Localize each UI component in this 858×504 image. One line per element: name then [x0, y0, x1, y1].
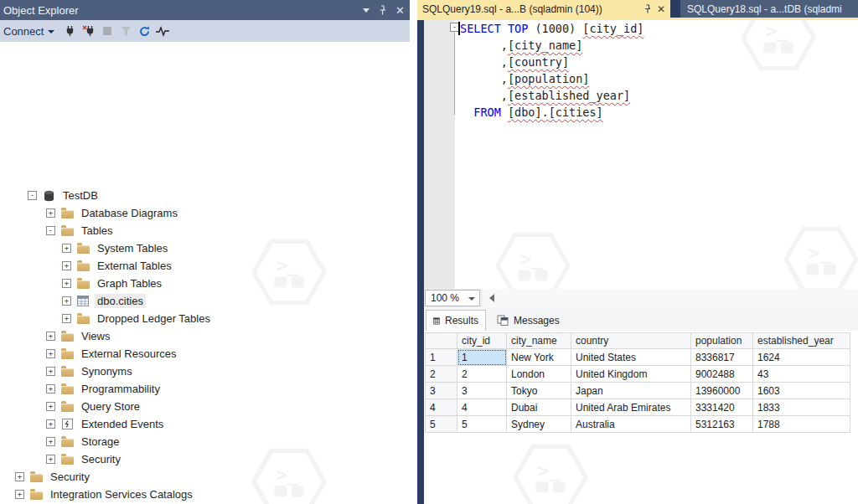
grid-cell[interactable]: 3331420 — [691, 399, 753, 416]
collapse-expander-icon[interactable]: + — [46, 402, 55, 411]
tree-item-extended-events[interactable]: + Extended Events — [0, 415, 410, 433]
tree-item-graph-tables[interactable]: + Graph Tables — [0, 275, 410, 292]
grid-cell[interactable]: 5312163 — [691, 416, 753, 433]
row-header[interactable]: 2 — [426, 366, 457, 383]
refresh-icon[interactable] — [135, 22, 153, 40]
grid-cell[interactable]: Japan — [571, 383, 691, 399]
close-icon[interactable]: ✕ — [395, 5, 405, 16]
collapse-expander-icon[interactable]: + — [46, 208, 55, 218]
grid-cell[interactable]: 43 — [753, 366, 850, 383]
grid-cell[interactable]: 8336817 — [691, 349, 753, 366]
tree-item-database-diagrams[interactable]: + Database Diagrams — [0, 204, 410, 222]
column-header[interactable]: established_year — [753, 333, 850, 349]
folder-icon — [76, 277, 90, 290]
sql-editor[interactable]: - SELECT TOP (1000) [city_id] ,[city_nam… — [424, 20, 858, 289]
collapse-expander-icon[interactable]: - — [28, 191, 37, 200]
grid-cell[interactable]: 5 — [457, 416, 507, 433]
row-header[interactable]: 1 — [426, 349, 457, 366]
tree-item-security-server[interactable]: + Security — [0, 468, 410, 486]
zoom-level-dropdown[interactable]: 100 % — [425, 290, 480, 306]
filter-icon[interactable] — [116, 22, 135, 40]
grid-cell[interactable]: 1788 — [753, 416, 850, 433]
connect-button[interactable]: Connect — [3, 25, 54, 38]
tree-item-system-tables[interactable]: + System Tables — [0, 239, 410, 257]
row-header[interactable]: 3 — [426, 383, 457, 399]
activity-monitor-icon[interactable] — [153, 22, 172, 40]
tree-item-security-db[interactable]: + Security — [0, 450, 410, 468]
column-header[interactable]: population — [691, 333, 753, 349]
scroll-left-icon[interactable] — [489, 294, 494, 302]
grid-cell[interactable]: London — [507, 366, 571, 383]
collapse-expander-icon[interactable]: + — [15, 472, 24, 481]
column-header[interactable]: city_name — [507, 333, 571, 349]
code-line-2[interactable]: ,[city_name] — [460, 37, 644, 54]
tree-item-external-tables[interactable]: + External Tables — [0, 257, 410, 275]
grid-cell[interactable]: 13960000 — [691, 383, 753, 399]
grid-cell[interactable]: 3 — [457, 383, 507, 399]
pin-icon[interactable] — [378, 5, 387, 16]
collapse-expander-icon[interactable]: + — [62, 314, 71, 323]
grid-cell[interactable]: United States — [571, 349, 691, 366]
collapse-expander-icon[interactable]: + — [46, 332, 55, 341]
tree-item-query-store[interactable]: + Query Store — [0, 398, 410, 415]
column-header[interactable]: city_id — [457, 333, 507, 349]
grid-cell[interactable]: New York — [507, 349, 571, 366]
grid-cell[interactable]: 1833 — [753, 399, 850, 416]
collapse-expander-icon[interactable]: + — [46, 384, 55, 393]
grid-cell[interactable]: 1624 — [753, 349, 850, 366]
column-header[interactable]: country — [571, 333, 691, 349]
grid-cell[interactable]: 1603 — [753, 383, 850, 399]
disconnect-server-icon[interactable] — [80, 22, 98, 40]
tab-results[interactable]: Results — [426, 310, 486, 331]
grid-cell[interactable]: 2 — [457, 366, 507, 383]
grid-cell[interactable]: Tokyo — [507, 383, 571, 399]
grid-cell[interactable]: Dubai — [507, 399, 571, 416]
code-line-4[interactable]: ,[population] — [460, 70, 644, 87]
collapse-expander-icon[interactable]: + — [46, 455, 55, 464]
grid-cell[interactable]: 9002488 — [691, 366, 753, 383]
tree-item-external-resources[interactable]: + External Resources — [0, 345, 410, 363]
pin-icon[interactable] — [644, 4, 652, 14]
tree-item-testdb[interactable]: - TestDB — [0, 187, 410, 204]
row-header[interactable]: 5 — [426, 416, 457, 433]
code-line-3[interactable]: ,[country] — [460, 54, 644, 70]
grid-cell[interactable]: Sydney — [507, 416, 571, 433]
tab-sqlquery18[interactable]: SQLQuery18.sql - a...tDB (sqladmi — [680, 0, 858, 18]
collapse-expander-icon[interactable]: + — [46, 419, 55, 429]
code-line-6[interactable]: FROM [dbo].[cities] — [460, 104, 644, 121]
collapse-expander-icon[interactable]: - — [46, 226, 55, 235]
collapse-expander-icon[interactable]: + — [62, 279, 71, 288]
grid-cell[interactable]: United Arab Emirates — [571, 399, 691, 416]
tab-sqlquery19[interactable]: SQLQuery19.sql - a...B (sqladmin (104)) … — [417, 0, 670, 18]
grid-corner-cell[interactable] — [426, 333, 457, 349]
collapse-expander-icon[interactable]: + — [46, 349, 55, 358]
grid-cell[interactable]: 4 — [457, 399, 507, 416]
close-icon[interactable]: ✕ — [657, 3, 665, 15]
row-header[interactable]: 4 — [426, 399, 457, 416]
tree-item-synonyms[interactable]: + Synonyms — [0, 363, 410, 380]
tab-messages[interactable]: Messages — [490, 310, 566, 331]
grid-cell[interactable]: United Kingdom — [571, 366, 691, 383]
stop-icon[interactable] — [98, 22, 116, 40]
tree-item-integration-services-catalogs[interactable]: + Integration Services Catalogs — [0, 486, 410, 503]
tree-item-views[interactable]: + Views — [0, 327, 410, 345]
collapse-expander-icon[interactable]: + — [15, 490, 24, 499]
horizontal-scrollbar[interactable] — [483, 289, 858, 307]
code-line-5[interactable]: ,[established_year] — [460, 87, 644, 104]
tree-item-dropped-ledger-tables[interactable]: + Dropped Ledger Tables — [0, 310, 410, 327]
grid-cell-selected[interactable]: 1 — [457, 349, 507, 366]
collapse-expander-icon[interactable]: + — [46, 437, 55, 446]
collapse-expander-icon[interactable]: + — [62, 244, 71, 253]
window-position-menu-icon[interactable] — [363, 8, 370, 13]
grid-cell[interactable]: Australia — [571, 416, 691, 433]
collapse-expander-icon[interactable]: + — [62, 261, 71, 270]
tree-item-tables[interactable]: - Tables — [0, 222, 410, 239]
collapse-expander-icon[interactable]: + — [62, 296, 71, 306]
tree-item-dbo-cities[interactable]: + dbo.cities — [0, 292, 410, 310]
tree-item-storage[interactable]: + Storage — [0, 433, 410, 450]
collapse-expander-icon[interactable]: + — [46, 367, 55, 376]
tree-item-programmability[interactable]: + Programmability — [0, 380, 410, 398]
editor-bottom-bar: 100 % — [424, 289, 858, 307]
connect-server-icon[interactable] — [61, 22, 80, 40]
code-line-1[interactable]: SELECT TOP (1000) [city_id] — [460, 20, 644, 37]
